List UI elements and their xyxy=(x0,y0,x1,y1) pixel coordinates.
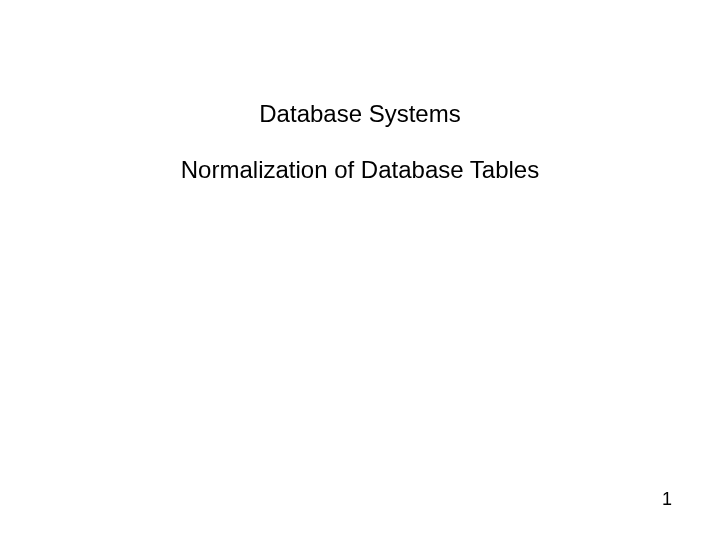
slide-subtitle: Normalization of Database Tables xyxy=(0,156,720,184)
slide: Database Systems Normalization of Databa… xyxy=(0,0,720,540)
title-block: Database Systems Normalization of Databa… xyxy=(0,100,720,184)
page-number: 1 xyxy=(662,489,672,510)
slide-title: Database Systems xyxy=(0,100,720,128)
